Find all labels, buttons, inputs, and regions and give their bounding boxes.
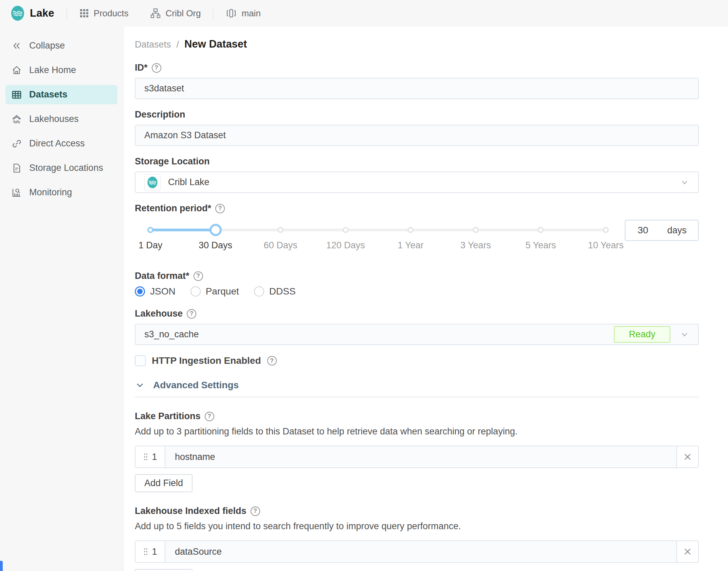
sidebar-item-label: Collapse [29,40,65,51]
slider-stop[interactable] [603,227,609,233]
id-label-row: ID* ? [135,63,699,73]
advanced-settings-label: Advanced Settings [153,380,239,391]
lake-partitions-label: Lake Partitions [135,411,201,422]
lake-partitions-label-row: Lake Partitions ? [135,411,699,422]
chart-magnifier-icon [12,188,22,198]
help-icon[interactable]: ? [194,271,203,281]
retention-days-unit: days [667,225,687,236]
brand[interactable]: Lake [10,5,54,21]
radio-option-parquet[interactable]: Parquet [190,286,239,297]
description-input[interactable] [135,125,699,146]
sidebar-item-label: Monitoring [29,187,72,198]
slider-stop-label: 1 Day [139,240,163,251]
data-format-label-row: Data format* ? [135,271,699,281]
retention-label: Retention period* [135,203,211,214]
radio-unchecked-icon [190,286,201,297]
field-row-head: 1 [135,446,165,467]
sidebar-item-lakehouses[interactable]: Lakehouses [5,109,117,129]
chevron-down-icon [135,380,145,390]
sidebar-item-direct-access[interactable]: Direct Access [5,134,117,153]
cribl-lake-logo-icon [10,5,25,21]
partition-field-input[interactable]: hostname [165,446,676,467]
slider-stop-label: 30 Days [199,240,232,251]
breadcrumb-datasets[interactable]: Datasets [135,39,171,50]
document-icon [12,163,22,173]
radio-option-ddss[interactable]: DDSS [254,286,296,297]
worktree-icon [225,7,237,19]
lakehouse-value: s3_no_cache [144,329,199,340]
lakehouse-icon [12,114,22,124]
indexed-field-row: 1 dataSource [135,540,699,563]
storage-location-select[interactable]: Cribl Lake [135,172,699,193]
data-format-options: JSON Parquet DDSS [135,286,699,297]
help-icon[interactable]: ? [267,356,277,365]
storage-location-label: Storage Location [135,156,210,167]
chat-widget-peek[interactable] [0,561,3,571]
drag-handle-icon[interactable] [143,547,148,556]
slider-handle[interactable] [210,224,222,236]
description-label-row: Description [135,109,699,120]
storage-location-value: Cribl Lake [168,177,210,188]
radio-option-json[interactable]: JSON [135,286,176,297]
retention-row: 1 Day 30 Days 60 Days 120 Days 1 Year 3 … [135,218,699,262]
breadcrumb-separator: / [177,39,179,50]
drag-handle-icon[interactable] [143,452,148,462]
sidebar-item-monitoring[interactable]: Monitoring [5,183,117,202]
sidebar-item-lake-home[interactable]: Lake Home [5,60,117,80]
slider-stop-label: 3 Years [460,240,491,251]
page-title: New Dataset [184,38,247,50]
lakehouse-label: Lakehouse [135,308,183,319]
slider-stop[interactable] [147,227,153,233]
products-label: Products [94,8,129,19]
advanced-settings-toggle[interactable]: Advanced Settings [135,380,699,397]
branch-label: main [241,8,260,19]
indexed-field-input[interactable]: dataSource [165,541,676,562]
branch-menu[interactable]: main [225,7,260,19]
add-field-button[interactable]: Add Field [135,474,193,492]
slider-stop[interactable] [407,227,414,233]
slider-stop[interactable] [538,227,544,233]
org-menu[interactable]: Cribl Org [150,8,201,19]
partition-field-row: 1 hostname [135,446,699,468]
slider-stop-label: 1 Year [398,240,424,251]
field-row-index: 1 [152,547,157,557]
table-icon [12,90,22,100]
retention-label-row: Retention period* ? [135,203,699,214]
help-icon[interactable]: ? [187,309,196,319]
remove-field-button[interactable] [676,541,698,562]
help-icon[interactable]: ? [205,412,214,421]
slider-stop-label: 5 Years [525,240,556,251]
help-icon[interactable]: ? [152,63,161,73]
help-icon[interactable]: ? [251,506,260,516]
lake-partitions-description: Add up to 3 partitioning fields to this … [135,426,699,437]
remove-field-button[interactable] [676,446,698,467]
id-input[interactable] [135,78,699,99]
slider-stop[interactable] [473,227,479,233]
sidebar-item-label: Lake Home [29,65,76,75]
org-label: Cribl Org [165,8,201,19]
help-icon[interactable]: ? [215,204,225,213]
cribl-lake-logo-icon [144,174,161,191]
slider-stop[interactable] [343,227,349,233]
retention-days-box: days [625,220,699,241]
slider-stop[interactable] [277,227,284,233]
sidebar-item-storage-locations[interactable]: Storage Locations [5,158,117,178]
http-ingestion-checkbox[interactable] [135,355,146,366]
sidebar-collapse[interactable]: Collapse [5,36,117,55]
sidebar-item-label: Lakehouses [29,114,79,124]
field-row-index: 1 [152,452,157,462]
lakehouse-select[interactable]: s3_no_cache Ready [135,324,699,345]
indexed-fields-label: Lakehouse Indexed fields [135,506,247,516]
sidebar-item-datasets[interactable]: Datasets [5,85,117,104]
products-menu[interactable]: Products [79,8,129,19]
id-label: ID* [135,63,148,73]
sidebar-item-label: Datasets [29,89,68,100]
grid-icon [79,8,89,18]
topbar-divider [213,7,213,20]
add-field-button[interactable]: Add Field [135,569,193,571]
retention-days-input[interactable] [637,225,661,236]
breadcrumb: Datasets / New Dataset [135,38,699,50]
retention-slider[interactable]: 1 Day 30 Days 60 Days 120 Days 1 Year 3 … [150,225,606,262]
field-row-head: 1 [135,541,165,562]
radio-label: DDSS [269,286,296,297]
